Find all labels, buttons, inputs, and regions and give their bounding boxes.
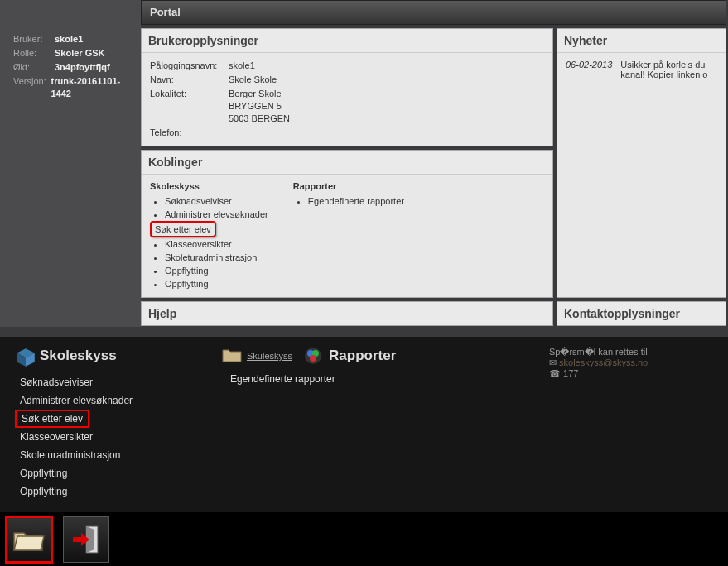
session-label: Versjon: xyxy=(13,75,51,100)
field-value: Berger Skole xyxy=(229,88,544,100)
session-value: trunk-20161101-1442 xyxy=(51,75,133,100)
news-date: 06-02-2013 xyxy=(566,60,612,79)
menu-item[interactable]: Skoleturadministrasjon xyxy=(15,446,197,464)
koblinger-link[interactable]: Klasseoversikter xyxy=(165,237,268,251)
field-label: Navn: xyxy=(150,74,229,86)
koblinger-panel: Koblinger Skoleskyss SøknadsveiviserAdmi… xyxy=(141,150,553,298)
skuleskyss-link[interactable]: Skuleskyss xyxy=(247,351,292,361)
panel-title: Kontaktopplysninger xyxy=(557,302,726,325)
exit-door-icon xyxy=(70,525,103,554)
menu-item[interactable]: Oppflytting xyxy=(15,482,197,501)
kontakt-phone: 177 xyxy=(549,368,715,379)
field-label: Telefon: xyxy=(150,127,229,139)
menu-item[interactable]: Søknadsveiviser xyxy=(15,373,197,391)
ball-icon xyxy=(304,347,322,365)
panel-title: Koblinger xyxy=(142,151,552,175)
nyheter-panel: Nyheter 06-02-2013 Usikker på korleis du… xyxy=(557,28,726,298)
kontakt-text: Sp�rsm�l kan rettes til xyxy=(549,347,715,357)
menu-item[interactable]: Klasseoversikter xyxy=(15,428,197,446)
hjelp-panel: Hjelp xyxy=(141,301,553,326)
field-value: BRYGGEN 5 xyxy=(229,100,544,113)
koblinger-col-header: Skoleskyss xyxy=(150,181,268,191)
panel-title: Hjelp xyxy=(142,302,552,325)
svg-point-6 xyxy=(310,355,316,362)
koblinger-link[interactable]: Oppflytting xyxy=(165,264,268,277)
field-value: skole1 xyxy=(229,60,544,72)
news-text: Usikker på korleis du kanal! Kopier link… xyxy=(620,60,717,79)
koblinger-link[interactable]: Søknadsveiviser xyxy=(165,194,268,208)
start-menu-overlay: Skoleskyss SøknadsveiviserAdministrer el… xyxy=(0,337,728,512)
menu-item[interactable]: Administrer elevsøknader xyxy=(15,391,197,410)
user-info-panel: Brukeropplysninger Påloggingsnavn: skole… xyxy=(141,28,553,146)
field-label: Lokalitet: xyxy=(150,88,229,125)
menu-item[interactable]: Oppflytting xyxy=(15,464,197,482)
portal-titlebar: Portal xyxy=(141,0,726,25)
content-area: Brukeropplysninger Påloggingsnavn: skole… xyxy=(141,28,726,326)
menu-item[interactable]: Søk etter elev xyxy=(15,410,89,428)
session-sidebar: Bruker:skole1 Rolle:Skoler GSK Økt:3n4pf… xyxy=(0,0,141,327)
portal-title: Portal xyxy=(150,6,181,18)
field-value xyxy=(229,127,544,139)
koblinger-link[interactable]: Oppflytting xyxy=(165,277,268,290)
kontakt-panel: Kontaktopplysninger xyxy=(557,301,726,326)
koblinger-link[interactable]: Skoleturadministrasjon xyxy=(165,251,268,264)
cube-icon xyxy=(15,347,33,365)
session-value: skole1 xyxy=(55,33,83,46)
session-value: 3n4pfoyttfjqf xyxy=(55,61,110,74)
panel-title: Nyheter xyxy=(557,29,726,53)
panel-title: Brukeropplysninger xyxy=(142,29,552,53)
koblinger-link[interactable]: Administrer elevsøknader xyxy=(165,208,268,221)
field-label: Påloggingsnavn: xyxy=(150,60,229,72)
koblinger-col-header: Rapporter xyxy=(293,181,404,191)
menu-section-title: Rapporter xyxy=(329,348,396,364)
session-value: Skoler GSK xyxy=(55,47,105,60)
field-value: 5003 BERGEN xyxy=(229,113,544,125)
session-label: Økt: xyxy=(13,61,55,74)
taskbar xyxy=(0,512,728,566)
exit-button[interactable] xyxy=(63,516,109,563)
mail-icon: ✉ xyxy=(549,357,559,367)
menu-section-title: Skoleskyss xyxy=(40,348,117,364)
menu-item[interactable]: Egendefinerte rapporter xyxy=(222,373,396,385)
koblinger-link[interactable]: Søk etter elev xyxy=(150,221,268,237)
folder-open-icon xyxy=(12,526,46,553)
session-label: Bruker: xyxy=(13,33,55,46)
session-label: Rolle: xyxy=(13,47,55,60)
folder-icon xyxy=(222,347,240,365)
start-menu-button[interactable] xyxy=(5,516,53,564)
kontakt-email-link[interactable]: skoleskyss@skyss.no xyxy=(559,357,648,367)
field-value: Skole Skole xyxy=(229,74,544,86)
koblinger-link[interactable]: Egendefinerte rapporter xyxy=(308,194,404,208)
